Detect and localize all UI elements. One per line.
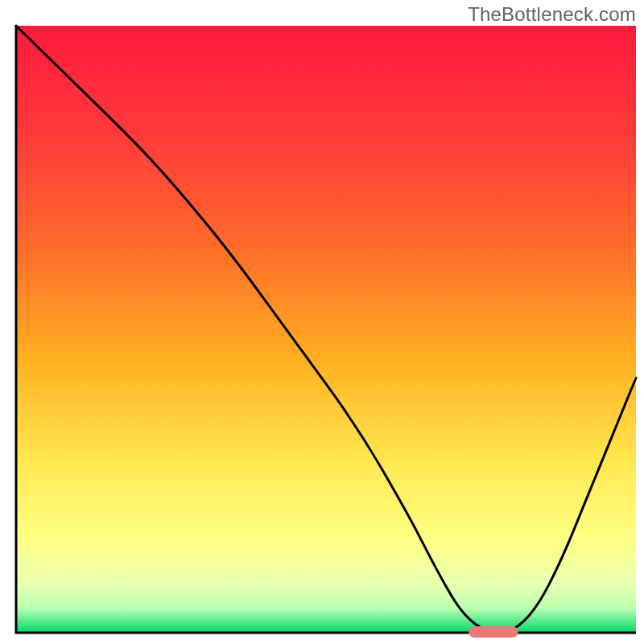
chart-svg <box>0 0 644 644</box>
optimal-range-marker <box>469 626 518 638</box>
watermark-text: TheBottleneck.com <box>468 3 636 26</box>
bottleneck-chart: TheBottleneck.com <box>0 0 644 644</box>
